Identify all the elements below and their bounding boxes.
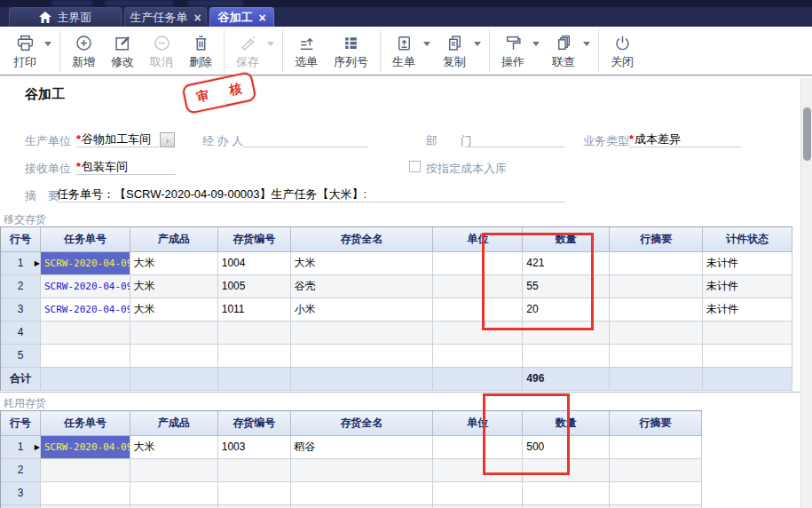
dropdown-caret-icon[interactable] — [44, 42, 51, 46]
column-header[interactable]: 存货编号 — [218, 227, 291, 252]
column-header[interactable]: 产成品 — [130, 227, 218, 252]
summary-field[interactable]: 任务单号：【SCRW-2020-04-09-00003】生产任务【大米】: — [57, 187, 565, 202]
table-cell[interactable]: 496 — [523, 368, 610, 391]
table-cell[interactable]: 谷壳 — [291, 275, 434, 298]
table-cell[interactable] — [433, 345, 523, 368]
row-number-cell[interactable]: 2 — [1, 459, 41, 482]
table-cell[interactable] — [703, 345, 792, 368]
department-field[interactable] — [465, 131, 564, 147]
table-cell[interactable]: 大米 — [130, 252, 218, 275]
toolbar-button-delete[interactable]: 删除 — [181, 29, 220, 72]
business-type-field[interactable]: *成本差异 — [629, 131, 741, 147]
table-cell[interactable] — [433, 482, 523, 505]
table-cell[interactable]: 未计件 — [703, 298, 792, 321]
table-cell[interactable] — [610, 298, 703, 321]
table-cell[interactable] — [610, 252, 703, 275]
table-cell[interactable] — [41, 459, 130, 482]
table-cell[interactable] — [130, 459, 218, 482]
grid-splitter[interactable] — [0, 392, 801, 393]
toolbar-button-edit[interactable]: 修改 — [103, 29, 142, 72]
table-cell[interactable]: 大米 — [130, 298, 218, 321]
table-cell[interactable] — [218, 345, 291, 368]
tab-production-task[interactable]: 生产任务单 × — [124, 7, 207, 27]
table-cell[interactable]: 1005 — [218, 275, 291, 298]
column-header[interactable]: 存货编号 — [218, 411, 291, 436]
close-icon[interactable]: × — [193, 12, 201, 24]
column-header[interactable]: 存货全名 — [291, 411, 434, 436]
table-cell[interactable]: 1003 — [218, 436, 291, 459]
table-cell[interactable]: 小米 — [291, 298, 434, 321]
table-cell[interactable] — [41, 345, 130, 368]
table-cell[interactable] — [610, 459, 702, 482]
table-cell[interactable]: SCRW-2020-04-09-0 — [41, 436, 130, 459]
table-cell[interactable] — [291, 345, 434, 368]
handler-field[interactable] — [243, 131, 368, 147]
row-number-cell[interactable]: 3 — [1, 482, 41, 505]
row-number-cell[interactable]: 3 — [1, 298, 41, 321]
dropdown-caret-icon[interactable] — [583, 42, 590, 46]
table-cell[interactable]: 未计件 — [703, 275, 792, 298]
table-cell[interactable]: SCRW-2020-04-09-0 — [41, 298, 130, 321]
table-cell[interactable] — [610, 436, 702, 459]
toolbar-button-printer[interactable]: 打印 — [5, 29, 56, 72]
table-cell[interactable] — [130, 345, 218, 368]
dropdown-caret-icon[interactable] — [532, 42, 540, 46]
table-cell[interactable] — [610, 345, 703, 368]
table-cell[interactable] — [703, 368, 792, 391]
toolbar-button-power[interactable]: 关闭 — [603, 29, 642, 72]
table-cell[interactable] — [218, 368, 291, 391]
table-cell[interactable] — [291, 482, 434, 505]
table-cell[interactable] — [41, 321, 130, 345]
column-header[interactable]: 行摘要 — [610, 227, 703, 252]
table-cell[interactable] — [130, 482, 218, 505]
row-number-cell[interactable]: 1▶ — [1, 252, 41, 275]
toolbar-button-cancel[interactable]: 取消 — [142, 29, 181, 72]
table-cell[interactable]: 稻谷 — [291, 436, 434, 459]
dropdown-caret-icon[interactable] — [267, 42, 274, 46]
table-cell[interactable]: 未计件 — [703, 252, 792, 275]
tab-grain-processing[interactable]: 谷加工 × — [209, 7, 274, 27]
table-cell[interactable] — [610, 482, 702, 505]
table-cell[interactable] — [41, 482, 130, 505]
row-number-cell[interactable]: 4 — [1, 321, 41, 345]
column-header[interactable]: 计件状态 — [703, 227, 792, 252]
close-icon[interactable]: × — [258, 12, 265, 24]
table-cell[interactable]: 大米 — [291, 252, 434, 275]
tab-main-screen[interactable]: 主界面 — [9, 7, 122, 27]
table-cell[interactable]: 大米 — [130, 275, 218, 298]
table-cell[interactable] — [218, 459, 291, 482]
table-cell[interactable] — [41, 368, 130, 391]
dropdown-caret-icon[interactable] — [474, 42, 481, 46]
table-cell[interactable] — [130, 368, 218, 391]
table-cell[interactable] — [610, 368, 703, 391]
toolbar-button-serial[interactable]: 序列号 — [326, 29, 376, 72]
table-cell[interactable]: SCRW-2020-04-09-0 — [41, 252, 130, 275]
table-cell[interactable] — [523, 482, 610, 505]
table-cell[interactable] — [610, 321, 703, 345]
column-header[interactable]: 行号 — [1, 227, 41, 252]
toolbar-button-operate[interactable]: 操作 — [493, 29, 544, 72]
toolbar-button-select-list[interactable]: 选单 — [287, 29, 326, 72]
column-header[interactable]: 存货全名 — [291, 227, 434, 252]
scrollbar-thumb[interactable] — [803, 107, 811, 161]
row-number-cell[interactable]: 合计 — [1, 368, 41, 391]
receive-unit-field[interactable]: *包装车间 — [76, 159, 176, 175]
toolbar-button-copy[interactable]: 复制 — [435, 29, 485, 72]
toolbar-button-gen-order[interactable]: 生单 — [384, 29, 435, 72]
reference-lookup-button[interactable]: › — [160, 132, 175, 147]
column-header[interactable]: 行号 — [1, 411, 41, 436]
toolbar-button-save[interactable]: 保存 — [228, 29, 279, 72]
table-cell[interactable] — [291, 368, 434, 391]
column-header[interactable]: 任务单号 — [41, 227, 130, 252]
table-cell[interactable]: 1004 — [218, 252, 291, 275]
table-cell[interactable] — [130, 321, 218, 345]
table-cell[interactable] — [433, 368, 523, 391]
table-cell[interactable] — [610, 275, 703, 298]
row-number-cell[interactable]: 2 — [1, 275, 41, 298]
column-header[interactable]: 行摘要 — [610, 411, 702, 436]
table-cell[interactable] — [291, 321, 434, 345]
row-number-cell[interactable]: 5 — [1, 345, 41, 368]
table-cell[interactable] — [523, 345, 610, 368]
toolbar-button-add[interactable]: 新增 — [64, 29, 103, 72]
table-cell[interactable]: 大米 — [130, 436, 218, 459]
